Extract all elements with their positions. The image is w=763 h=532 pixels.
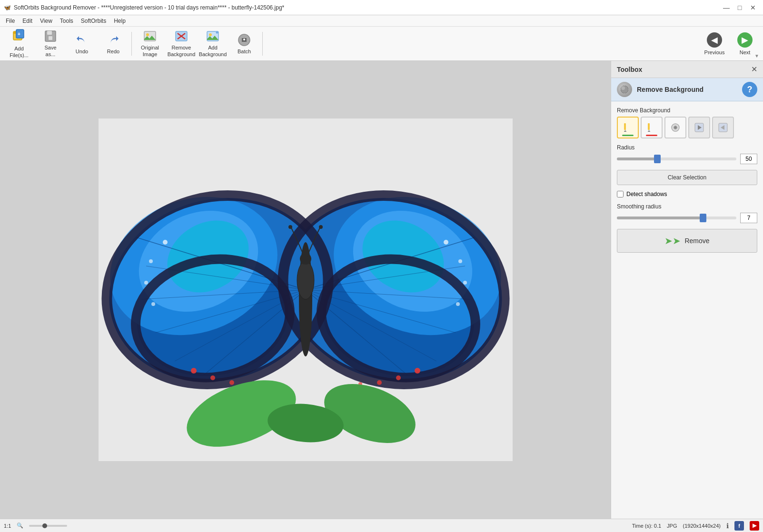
menu-help[interactable]: Help xyxy=(110,17,129,25)
detect-shadows-checkbox[interactable] xyxy=(617,191,624,197)
undo-icon xyxy=(75,33,89,48)
svg-rect-72 xyxy=(624,131,626,132)
time-label: Time (s): 0.1 xyxy=(632,523,661,529)
toolbar-separator-2 xyxy=(262,32,263,56)
radius-slider-fill xyxy=(617,158,657,160)
title-bar-controls: — □ ✕ xyxy=(720,1,759,14)
smoothing-section: Smoothing radius 7 xyxy=(617,203,757,223)
svg-point-63 xyxy=(297,261,314,299)
radius-slider-track[interactable] xyxy=(617,158,736,160)
svg-text:+: + xyxy=(18,31,20,37)
toolbox-section-header: Remove Background ? xyxy=(611,78,763,101)
toolbox-panel: Toolbox ✕ Remove Background ? Remove Bac… xyxy=(611,61,763,519)
smoothing-value[interactable]: 7 xyxy=(740,213,757,223)
batch-mode-button[interactable]: Batch xyxy=(229,29,259,59)
menu-view[interactable]: View xyxy=(36,17,56,25)
menu-file[interactable]: File xyxy=(2,17,19,25)
info-icon[interactable]: ℹ xyxy=(726,522,729,530)
undo-label: Undo xyxy=(76,49,88,54)
svg-rect-6 xyxy=(49,36,52,40)
remove-region-tool[interactable] xyxy=(712,117,734,138)
svg-rect-75 xyxy=(648,131,650,132)
svg-text:+: + xyxy=(216,30,218,35)
help-button[interactable]: ? xyxy=(742,82,757,97)
smoothing-slider-track[interactable] xyxy=(617,217,736,219)
previous-icon: ◀ xyxy=(707,32,722,48)
redo-icon xyxy=(107,33,120,48)
next-label: Next xyxy=(740,49,751,55)
radius-section: Radius 50 xyxy=(617,144,757,164)
window-title: SoftOrbits Background Remover - ****Unre… xyxy=(14,4,284,11)
remove-button[interactable]: ➤➤ Remove xyxy=(617,229,757,253)
previous-nav-button[interactable]: ◀ Previous xyxy=(700,29,729,59)
remove-background-button[interactable]: RemoveBackground xyxy=(166,29,197,59)
svg-point-54 xyxy=(151,302,155,306)
youtube-icon[interactable]: ▶ xyxy=(750,521,759,531)
batch-mode-icon xyxy=(238,33,251,48)
toolbox-section-title: Remove Background xyxy=(637,86,704,93)
next-icon: ▶ xyxy=(737,32,753,48)
svg-point-44 xyxy=(210,375,215,380)
save-as-button[interactable]: Saveas... xyxy=(35,29,66,59)
add-files-button[interactable]: + AddFile(s)... xyxy=(4,29,34,59)
add-files-label: AddFile(s)... xyxy=(10,46,29,58)
menu-softorbits[interactable]: SoftOrbits xyxy=(77,17,110,25)
smoothing-slider-thumb[interactable] xyxy=(700,214,706,222)
svg-point-58 xyxy=(456,302,460,306)
add-background-button[interactable]: + AddBackground xyxy=(198,29,228,59)
svg-point-64 xyxy=(300,253,311,265)
title-bar-left: 🦋 SoftOrbits Background Remover - ****Un… xyxy=(4,4,284,11)
remove-brush-underline xyxy=(646,135,657,136)
svg-point-51 xyxy=(163,240,168,245)
toolbox-close-button[interactable]: ✕ xyxy=(751,65,757,74)
keep-brush-tool[interactable] xyxy=(617,117,639,138)
detect-shadows-label[interactable]: Detect shadows xyxy=(626,191,667,197)
redo-button[interactable]: Redo xyxy=(98,29,129,59)
svg-rect-73 xyxy=(648,123,650,130)
svg-point-55 xyxy=(444,240,448,245)
svg-point-77 xyxy=(674,126,677,129)
save-icon xyxy=(44,30,57,44)
minimize-button[interactable]: — xyxy=(720,1,733,14)
menu-bar: File Edit View Tools SoftOrbits Help xyxy=(0,15,763,27)
menu-edit[interactable]: Edit xyxy=(19,17,36,25)
magic-wand-tool[interactable] xyxy=(664,117,686,138)
add-files-icon: + xyxy=(12,29,26,45)
toolbar-overflow-chevron[interactable]: ▼ xyxy=(754,53,759,59)
butterfly-canvas xyxy=(99,118,513,461)
dimensions-label: (1920x1440x24) xyxy=(683,523,721,529)
keep-region-tool[interactable] xyxy=(688,117,710,138)
save-as-label: Saveas... xyxy=(44,45,56,57)
toolbar-separator-1 xyxy=(131,32,132,56)
zoom-slider[interactable] xyxy=(29,525,67,527)
app-icon: 🦋 xyxy=(4,4,11,11)
svg-point-66 xyxy=(319,225,323,229)
toolbox-header: Toolbox ✕ xyxy=(611,61,763,78)
status-bar: 1:1 🔍 Time (s): 0.1 JPG (1920x1440x24) ℹ… xyxy=(0,519,763,532)
clear-selection-button[interactable]: Clear Selection xyxy=(617,170,757,185)
close-button[interactable]: ✕ xyxy=(747,1,759,14)
svg-point-65 xyxy=(288,225,292,229)
remove-background-icon xyxy=(175,30,188,44)
radius-slider-thumb[interactable] xyxy=(654,155,661,163)
add-background-icon: + xyxy=(206,30,219,44)
facebook-icon[interactable]: f xyxy=(734,521,744,531)
remove-background-section-label: Remove Background xyxy=(617,107,757,138)
original-image-button[interactable]: OriginalImage xyxy=(135,29,165,59)
radius-slider-row: 50 xyxy=(617,154,757,164)
main-area: Toolbox ✕ Remove Background ? Remove Bac… xyxy=(0,61,763,519)
original-image-label: OriginalImage xyxy=(141,45,159,57)
toolbox-body: Remove Background xyxy=(611,101,763,258)
svg-point-45 xyxy=(229,380,234,385)
undo-button[interactable]: Undo xyxy=(67,29,97,59)
radius-value[interactable]: 50 xyxy=(740,154,757,164)
maximize-button[interactable]: □ xyxy=(733,1,746,14)
toolbar: + AddFile(s)... Saveas... Undo Redo Orig… xyxy=(0,27,763,61)
svg-rect-5 xyxy=(47,31,52,35)
canvas-area[interactable] xyxy=(0,61,611,519)
zoom-ratio: 1:1 xyxy=(4,523,11,529)
redo-label: Redo xyxy=(107,49,119,54)
remove-brush-tool[interactable] xyxy=(641,117,663,138)
menu-tools[interactable]: Tools xyxy=(56,17,77,25)
svg-point-49 xyxy=(377,380,382,385)
